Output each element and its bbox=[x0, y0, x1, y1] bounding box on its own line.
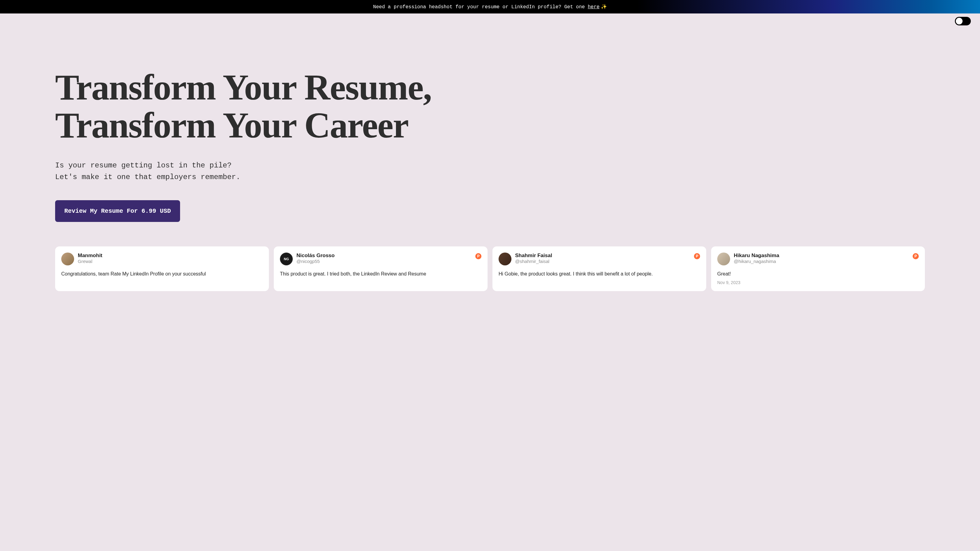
user-info: Manmohit Grewal bbox=[78, 252, 263, 264]
user-name: Shahmir Faisal bbox=[515, 252, 700, 259]
subtitle-line-1: Is your resume getting lost in the pile? bbox=[55, 161, 232, 170]
user-name: Hikaru Nagashima bbox=[734, 252, 919, 259]
toggle-knob bbox=[956, 18, 963, 24]
product-hunt-badge-icon: P bbox=[913, 253, 919, 259]
subtitle-line-2: Let's make it one that employers remembe… bbox=[55, 173, 240, 181]
sparkle-icon: ✨ bbox=[601, 4, 607, 10]
avatar bbox=[499, 252, 511, 265]
user-handle: @nicogp55 bbox=[296, 259, 481, 264]
hero-section: Transform Your Resume, Transform Your Ca… bbox=[0, 13, 980, 246]
user-handle: Grewal bbox=[78, 259, 263, 264]
theme-toggle[interactable] bbox=[955, 17, 971, 25]
theme-toggle-container bbox=[955, 17, 971, 25]
user-handle: @shahmir_faisal bbox=[515, 259, 700, 264]
promo-banner: Need a professiona headshot for your res… bbox=[0, 0, 980, 13]
testimonial-header: Hikaru Nagashima @hikaru_nagashima P bbox=[717, 252, 919, 265]
user-handle: @hikaru_nagashima bbox=[734, 259, 919, 264]
testimonial-card: Manmohit Grewal Congratulations, team Ra… bbox=[55, 246, 269, 291]
testimonial-header: Manmohit Grewal bbox=[61, 252, 263, 265]
testimonial-header: NG Nicolás Grosso @nicogp55 P bbox=[280, 252, 481, 265]
product-hunt-badge-icon: P bbox=[475, 253, 481, 259]
testimonial-card: Hikaru Nagashima @hikaru_nagashima P Gre… bbox=[711, 246, 925, 291]
title-line-2: Transform Your Career bbox=[55, 105, 408, 145]
banner-text: Need a professiona headshot for your res… bbox=[373, 4, 588, 10]
user-name: Nicolás Grosso bbox=[296, 252, 481, 259]
testimonials-section: Manmohit Grewal Congratulations, team Ra… bbox=[0, 246, 980, 291]
testimonial-header: Shahmir Faisal @shahmir_faisal P bbox=[499, 252, 700, 265]
product-hunt-badge-icon: P bbox=[694, 253, 700, 259]
testimonial-card: Shahmir Faisal @shahmir_faisal P Hi Gobi… bbox=[492, 246, 706, 291]
testimonial-text: Congratulations, team Rate My LinkedIn P… bbox=[61, 270, 263, 278]
avatar: NG bbox=[280, 252, 293, 265]
testimonial-card: NG Nicolás Grosso @nicogp55 P This produ… bbox=[274, 246, 488, 291]
user-name: Manmohit bbox=[78, 252, 263, 259]
testimonial-date: Nov 9, 2023 bbox=[717, 280, 919, 285]
avatar bbox=[717, 252, 730, 265]
hero-subtitle: Is your resume getting lost in the pile?… bbox=[55, 160, 925, 183]
user-info: Hikaru Nagashima @hikaru_nagashima bbox=[734, 252, 919, 264]
testimonial-text: Great! bbox=[717, 270, 919, 278]
banner-link[interactable]: here bbox=[588, 4, 599, 10]
testimonial-text: This product is great. I tried both, the… bbox=[280, 270, 481, 278]
user-info: Shahmir Faisal @shahmir_faisal bbox=[515, 252, 700, 264]
page-title: Transform Your Resume, Transform Your Ca… bbox=[55, 68, 925, 144]
title-line-1: Transform Your Resume, bbox=[55, 67, 431, 108]
review-resume-button[interactable]: Review My Resume For 6.99 USD bbox=[55, 200, 180, 222]
user-info: Nicolás Grosso @nicogp55 bbox=[296, 252, 481, 264]
avatar bbox=[61, 252, 74, 265]
testimonial-text: Hi Gobie, the product looks great. I thi… bbox=[499, 270, 700, 278]
